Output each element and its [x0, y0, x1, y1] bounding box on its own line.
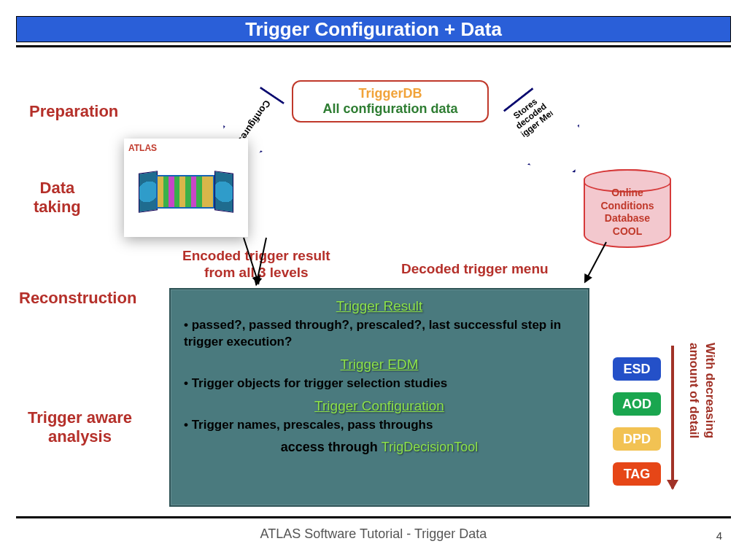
bottom-rule: [16, 516, 731, 518]
panel-body-edm: • Trigger objects for trigger selection …: [184, 376, 575, 392]
main-panel: Trigger Result • passed?, passed through…: [169, 288, 589, 507]
title-bar: Trigger Configuration + Data: [16, 16, 731, 42]
atlas-detector-image: ATLAS: [124, 139, 248, 237]
detector-illustration: [128, 153, 244, 226]
stage-reconstruction: Reconstruction: [19, 289, 136, 308]
page-number: 4: [716, 529, 722, 542]
panel-heading-edm: Trigger EDM: [184, 357, 575, 373]
stage-preparation: Preparation: [29, 102, 118, 121]
slide-title: Trigger Configuration + Data: [245, 18, 502, 41]
decoded-label: Decoded trigger menu: [401, 261, 549, 278]
atlas-label: ATLAS: [128, 143, 244, 153]
format-dpd: DPD: [613, 427, 661, 451]
stores-label: Stores decoded Trigger Menu: [498, 86, 565, 147]
panel-heading-config: Trigger Configuration: [184, 398, 575, 414]
stage-data-taking: Data taking: [34, 179, 81, 217]
panel-heading-result: Trigger Result: [184, 298, 575, 314]
access-tool: TrigDecisionTool: [382, 440, 478, 454]
triggerdb-box: TriggerDB All configuration data: [292, 80, 489, 122]
format-esd: ESD: [613, 357, 661, 381]
triggerdb-title: TriggerDB: [358, 86, 422, 101]
panel-body-result: • passed?, passed through?, prescaled?, …: [184, 317, 575, 351]
cool-database: Online Conditions Database COOL: [584, 169, 671, 248]
cool-label: Online Conditions Database COOL: [600, 187, 654, 238]
panel-access-line: access through TrigDecisionTool: [184, 440, 575, 455]
format-tag: TAG: [613, 462, 661, 486]
format-aod: AOD: [613, 392, 661, 416]
footer-text: ATLAS Software Tutorial - Trigger Data: [0, 526, 747, 542]
detail-side-text: With decreasing amount of detail: [686, 343, 718, 496]
title-underline: [16, 45, 731, 47]
triggerdb-subtitle: All configuration data: [322, 101, 457, 117]
detail-arrow-icon: [671, 346, 674, 489]
stage-trigger-aware: Trigger aware analysis: [28, 408, 132, 446]
access-prefix: access through: [281, 440, 382, 454]
panel-body-config: • Trigger names, prescales, pass through…: [184, 417, 575, 434]
